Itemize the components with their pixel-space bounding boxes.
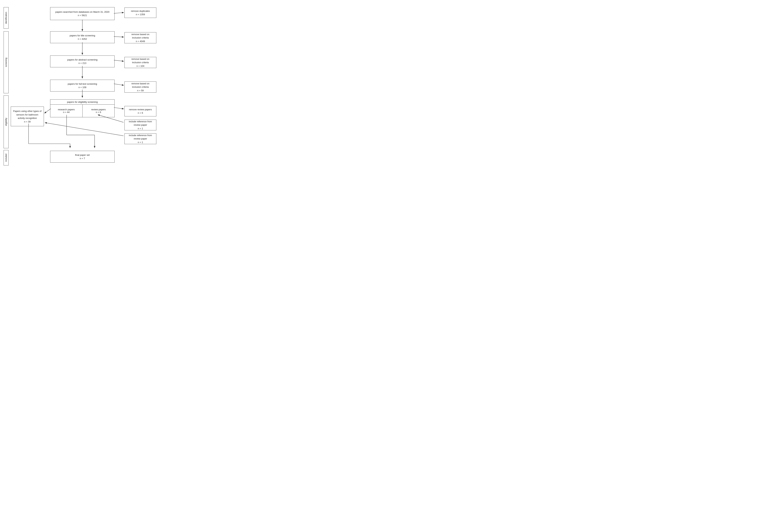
box-other-sensors-value: n = 39 [24, 120, 31, 123]
svg-line-11 [45, 123, 123, 136]
box-remove-review: remove review papers n = 6 [124, 106, 156, 117]
box-include-ref1-title: include reference from review paper [127, 120, 154, 127]
box-include-ref1-value: n = 1 [138, 127, 143, 130]
box-remove-4049-title: remove based on inclusion criteria [127, 32, 154, 40]
box-title-screen-value: n = 4262 [78, 37, 87, 41]
split-box-content: research papers n = 44 review papers n =… [50, 105, 115, 117]
box-searched: papers searched from databases on March … [50, 7, 115, 20]
box-remove-dup-value: n = 1359 [136, 13, 145, 16]
svg-line-6 [114, 84, 123, 85]
svg-line-4 [114, 60, 123, 61]
box-searched-title: papers searched from databases on March … [55, 10, 110, 14]
box-abstract-screen-title: papers for abstract screening [67, 58, 97, 62]
box-searched-value: n = 5621 [78, 14, 87, 17]
box-eligibility: papers for eligibility screening researc… [50, 99, 115, 117]
box-include-ref2-value: n = 1 [138, 141, 143, 144]
svg-line-2 [114, 36, 123, 37]
svg-line-0 [114, 13, 123, 14]
box-remove-review-title: remove review papers [129, 108, 152, 111]
box-remove-104-title: remove based on inclusion criteria [127, 57, 154, 64]
box-remove-dup: remove duplicates n = 1359 [124, 8, 156, 18]
box-remove-4049: remove based on inclusion criteria n = 4… [124, 32, 156, 43]
phase-included: included [4, 150, 9, 166]
box-remove-59-title: remove based on inclusion criteria [127, 82, 154, 89]
box-fulltext-screen-title: papers for full-text screening [68, 82, 97, 86]
box-remove-4049-value: n = 4049 [136, 40, 145, 43]
box-include-ref1: include reference from review paper n = … [124, 120, 156, 130]
box-abstract-screen: papers for abstract screening n = 213 [50, 56, 115, 67]
box-title-screen-title: papers for title screening [70, 34, 95, 37]
phase-identification: identification [4, 7, 9, 29]
box-final-value: n = 7 [80, 157, 85, 160]
box-remove-dup-title: remove duplicates [131, 9, 150, 13]
box-fulltext-screen-value: n = 109 [78, 86, 86, 89]
phase-eligibility: eligibility [4, 95, 9, 148]
box-other-sensors-title: Papers using other types of sensors for … [13, 109, 42, 120]
split-col-review-value: n = 6 [96, 111, 101, 114]
split-col-research-title: research papers [58, 108, 75, 111]
box-include-ref2: include reference from review paper n = … [124, 133, 156, 144]
split-box-title: papers for eligibility screening [50, 100, 115, 105]
split-col-review-title: review papers [91, 108, 106, 111]
split-col-review: review papers n = 6 [82, 105, 115, 117]
diagram-container: identification screening eligibility inc… [4, 4, 158, 165]
box-include-ref2-title: include reference from review paper [127, 134, 154, 141]
box-remove-59-value: n = 59 [137, 89, 144, 92]
phase-screening: screening [4, 31, 9, 93]
box-remove-104: remove based on inclusion criteria n = 1… [124, 57, 156, 68]
svg-line-9 [114, 108, 123, 109]
box-title-screen: papers for title screening n = 4262 [50, 31, 115, 43]
box-final-title: final paper set [75, 153, 90, 157]
box-fulltext-screen: papers for full-text screening n = 109 [50, 80, 115, 91]
split-col-research: research papers n = 44 [50, 105, 82, 117]
split-col-research-value: n = 44 [63, 111, 70, 114]
box-remove-104-value: n = 104 [136, 64, 144, 68]
box-remove-59: remove based on inclusion criteria n = 5… [124, 81, 156, 93]
box-final: final paper set n = 7 [50, 151, 115, 163]
box-other-sensors: Papers using other types of sensors for … [11, 107, 44, 126]
svg-line-8 [45, 109, 51, 113]
box-abstract-screen-value: n = 213 [78, 62, 86, 65]
box-remove-review-value: n = 6 [138, 111, 143, 115]
